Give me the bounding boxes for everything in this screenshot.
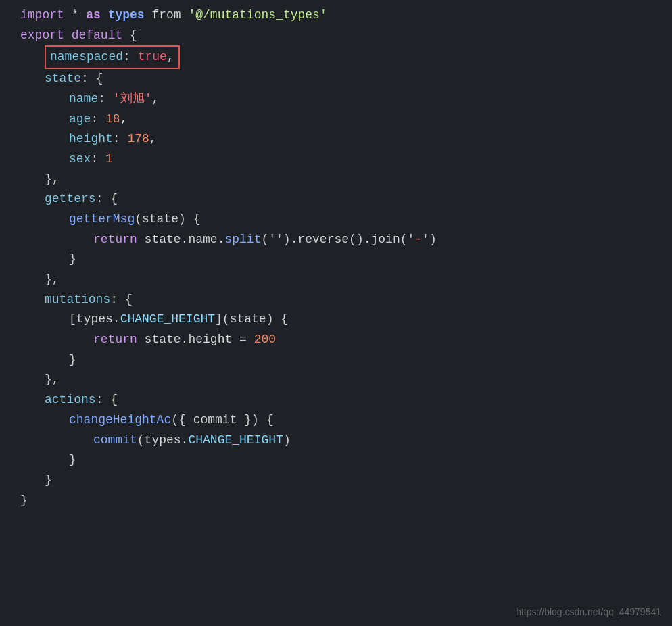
code-line: commit(types.CHANGE_HEIGHT): [14, 431, 672, 451]
code-line: age: 18,: [14, 110, 672, 130]
code-line: getters: {: [14, 189, 672, 210]
code-line: getterMsg(state) {: [14, 210, 672, 230]
code-line: }: [14, 350, 672, 370]
code-line: return state.name.split('').reverse().jo…: [14, 230, 672, 250]
code-line: height: 178,: [14, 129, 672, 149]
code-line: import * as types from '@/mutations_type…: [14, 5, 672, 26]
url-bar: https://blog.csdn.net/qq_44979541: [516, 604, 661, 619]
code-line: name: '刘旭',: [14, 89, 672, 110]
code-line: }: [14, 249, 672, 270]
code-line: actions: {: [14, 390, 672, 410]
code-line: sex: 1: [14, 149, 672, 170]
code-line: },: [14, 170, 672, 190]
code-line: }: [14, 491, 672, 511]
code-line: }: [14, 471, 672, 491]
code-editor: import * as types from '@/mutations_type…: [0, 0, 672, 516]
code-line: export default {: [14, 26, 672, 46]
code-line: changeHeightAc({ commit }) {: [14, 410, 672, 431]
code-line: mutations: {: [14, 290, 672, 310]
code-line: },: [14, 270, 672, 290]
code-line: [types.CHANGE_HEIGHT](state) {: [14, 310, 672, 330]
code-line: }: [14, 450, 672, 471]
code-line: },: [14, 370, 672, 390]
code-line: namespaced: true,: [14, 45, 672, 69]
code-line: state: {: [14, 69, 672, 89]
code-line: return state.height = 200: [14, 330, 672, 350]
